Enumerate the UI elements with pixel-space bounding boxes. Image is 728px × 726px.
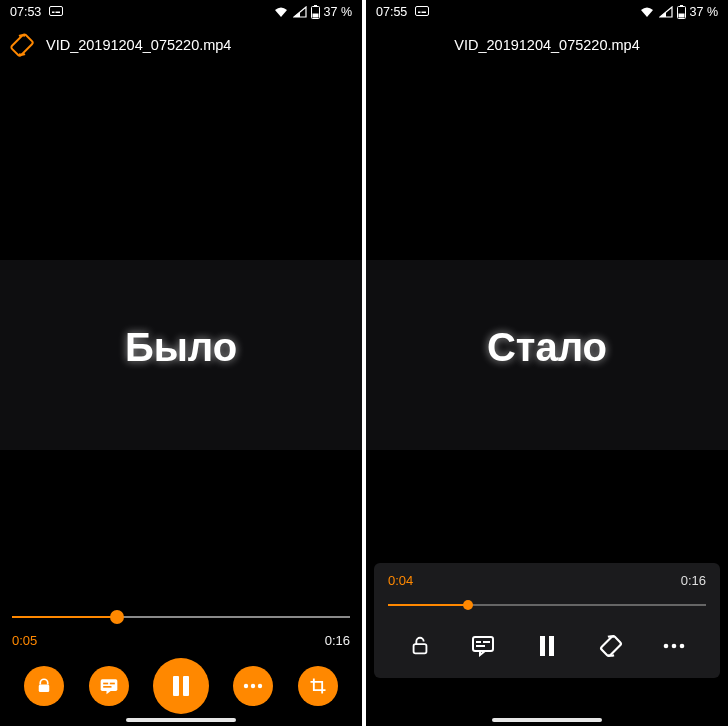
screenshot-after: 07:55 37 % VID_20191204_075220.mp4 Стало… <box>364 0 728 726</box>
cell-signal-icon <box>293 6 307 18</box>
pause-button[interactable] <box>527 626 567 666</box>
svg-rect-24 <box>473 637 493 651</box>
overlay-label-after: Стало <box>366 325 728 370</box>
screenshot-before: 07:53 37 % VID_20191204_075220.mp4 Было <box>0 0 364 726</box>
svg-rect-6 <box>11 34 34 57</box>
svg-point-16 <box>258 684 262 688</box>
status-clock: 07:55 <box>376 5 407 19</box>
wifi-icon <box>273 6 289 18</box>
svg-rect-0 <box>50 7 63 16</box>
cell-signal-icon <box>659 6 673 18</box>
svg-rect-11 <box>103 686 111 688</box>
pause-button[interactable] <box>153 658 209 714</box>
svg-rect-9 <box>103 683 108 685</box>
svg-rect-1 <box>52 12 55 14</box>
video-filename: VID_20191204_075220.mp4 <box>454 37 639 53</box>
battery-icon <box>677 5 686 19</box>
svg-rect-26 <box>483 641 490 643</box>
more-options-button[interactable] <box>654 626 694 666</box>
svg-point-33 <box>680 644 685 649</box>
time-duration: 0:16 <box>681 573 706 588</box>
rotate-button[interactable] <box>8 31 36 59</box>
status-bar: 07:55 37 % <box>366 0 728 24</box>
gesture-nav-bar[interactable] <box>492 718 602 722</box>
caption-indicator-icon <box>415 5 429 19</box>
subtitles-button[interactable] <box>89 666 129 706</box>
video-filename: VID_20191204_075220.mp4 <box>46 37 231 53</box>
svg-rect-13 <box>183 676 189 696</box>
seek-bar[interactable] <box>12 603 350 631</box>
player-controls-old: 0:05 0:16 <box>0 603 362 714</box>
svg-rect-23 <box>413 644 426 653</box>
more-options-button[interactable] <box>233 666 273 706</box>
seek-bar[interactable] <box>388 596 706 614</box>
gesture-nav-bar[interactable] <box>126 718 236 722</box>
battery-icon <box>311 5 320 19</box>
svg-rect-17 <box>416 7 429 16</box>
wifi-icon <box>639 6 655 18</box>
svg-rect-29 <box>549 636 554 656</box>
svg-rect-2 <box>56 12 61 14</box>
svg-rect-12 <box>173 676 179 696</box>
lock-button[interactable] <box>400 626 440 666</box>
svg-rect-18 <box>418 12 421 14</box>
status-bar: 07:53 37 % <box>0 0 362 24</box>
svg-point-31 <box>664 644 669 649</box>
time-duration: 0:16 <box>325 633 350 648</box>
svg-point-15 <box>251 684 255 688</box>
time-current: 0:04 <box>388 573 413 588</box>
svg-rect-28 <box>540 636 545 656</box>
crop-resize-button[interactable] <box>298 666 338 706</box>
battery-percent: 37 % <box>690 5 719 19</box>
svg-rect-22 <box>678 14 684 18</box>
lock-button[interactable] <box>24 666 64 706</box>
rotate-button[interactable] <box>591 626 631 666</box>
svg-point-14 <box>244 684 248 688</box>
time-current: 0:05 <box>12 633 37 648</box>
svg-rect-19 <box>422 12 427 14</box>
svg-rect-10 <box>109 683 114 685</box>
player-controls-new: 0:04 0:16 <box>374 563 720 678</box>
player-title-bar: VID_20191204_075220.mp4 <box>366 24 728 66</box>
svg-rect-5 <box>312 14 318 18</box>
subtitles-button[interactable] <box>463 626 503 666</box>
svg-point-32 <box>672 644 677 649</box>
svg-rect-30 <box>600 635 621 656</box>
battery-percent: 37 % <box>324 5 353 19</box>
caption-indicator-icon <box>49 5 63 19</box>
svg-rect-25 <box>476 641 481 643</box>
overlay-label-before: Было <box>0 325 362 370</box>
status-clock: 07:53 <box>10 5 41 19</box>
svg-rect-8 <box>100 679 117 691</box>
svg-rect-7 <box>39 685 50 693</box>
svg-rect-27 <box>476 645 485 647</box>
player-title-bar: VID_20191204_075220.mp4 <box>0 24 362 66</box>
